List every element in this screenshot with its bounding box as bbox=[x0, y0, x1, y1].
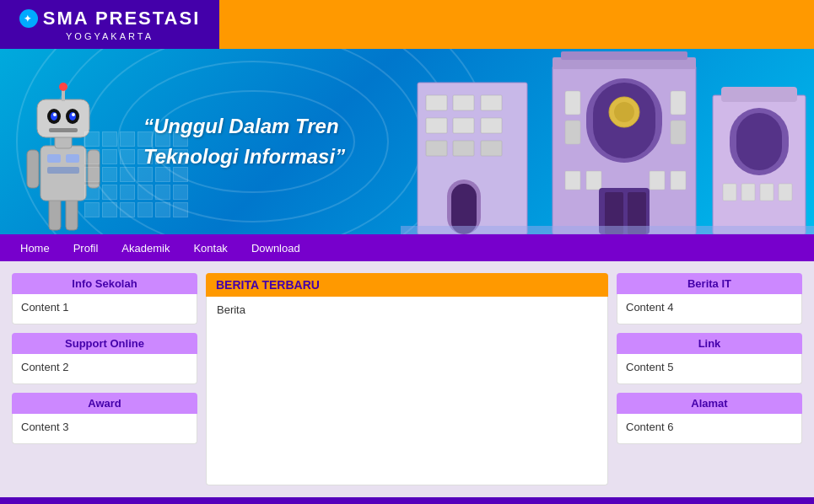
svg-rect-31 bbox=[426, 141, 447, 156]
svg-rect-10 bbox=[47, 167, 79, 174]
logo-subtitle: YOGYAKARTA bbox=[66, 31, 154, 41]
widget-berita-it-body: Content 4 bbox=[617, 294, 802, 324]
svg-rect-61 bbox=[779, 184, 792, 201]
svg-point-23 bbox=[59, 83, 67, 91]
svg-rect-29 bbox=[453, 118, 474, 133]
svg-rect-26 bbox=[453, 95, 474, 110]
header: ✦ SMA PRESTASI YOGYAKARTA bbox=[0, 0, 814, 49]
logo-title: ✦ SMA PRESTASI bbox=[19, 8, 201, 29]
widget-info-sekolah-header: Info Sekolah bbox=[12, 273, 197, 294]
widget-alamat: Alamat Content 6 bbox=[617, 393, 802, 444]
orange-bar bbox=[219, 0, 814, 49]
building-graphic bbox=[401, 49, 814, 234]
widget-award: Award Content 3 bbox=[12, 393, 197, 444]
main-content: Info Sekolah Content 1 Support Online Co… bbox=[0, 261, 814, 497]
widget-support-online: Support Online Content 2 bbox=[12, 333, 197, 384]
widget-alamat-header: Alamat bbox=[617, 393, 802, 414]
nav-item-kontak[interactable]: Kontak bbox=[181, 234, 239, 261]
widget-link-body: Content 5 bbox=[617, 354, 802, 384]
svg-point-42 bbox=[614, 102, 634, 122]
svg-rect-27 bbox=[481, 95, 502, 110]
widget-info-sekolah: Info Sekolah Content 1 bbox=[12, 273, 197, 324]
widget-award-header: Award bbox=[12, 393, 197, 414]
banner-quote: “Unggul Dalam Tren Teknologi Informasi” bbox=[143, 111, 396, 172]
navigation: Home Profil Akademik Kontak Download bbox=[0, 234, 814, 261]
svg-rect-5 bbox=[49, 196, 61, 230]
svg-point-19 bbox=[53, 113, 57, 116]
svg-rect-30 bbox=[481, 118, 502, 133]
widget-info-sekolah-body: Content 1 bbox=[12, 294, 197, 324]
widget-support-online-header: Support Online bbox=[12, 333, 197, 354]
widget-link-header: Link bbox=[617, 333, 802, 354]
berita-terbaru-header: BERITA TERBARU bbox=[206, 273, 608, 297]
widget-berita-it: Berita IT Content 4 bbox=[617, 273, 802, 324]
nav-item-akademik[interactable]: Akademik bbox=[110, 234, 181, 261]
svg-rect-57 bbox=[736, 113, 782, 170]
svg-rect-38 bbox=[561, 51, 687, 60]
widget-berita-it-header: Berita IT bbox=[617, 273, 802, 294]
svg-rect-44 bbox=[671, 91, 686, 115]
svg-rect-46 bbox=[671, 121, 686, 144]
widget-alamat-body: Content 6 bbox=[617, 414, 802, 444]
center-column: BERITA TERBARU Berita bbox=[206, 273, 608, 485]
widget-link: Link Content 5 bbox=[617, 333, 802, 384]
widget-support-online-body: Content 2 bbox=[12, 354, 197, 384]
nav-item-download[interactable]: Download bbox=[240, 234, 312, 261]
svg-rect-43 bbox=[565, 91, 580, 115]
logo-text: SMA PRESTASI bbox=[43, 8, 201, 29]
svg-rect-47 bbox=[565, 171, 580, 190]
svg-rect-55 bbox=[721, 87, 797, 102]
right-column: Berita IT Content 4 Link Content 5 Alama… bbox=[617, 273, 802, 485]
svg-rect-50 bbox=[671, 171, 686, 190]
svg-rect-32 bbox=[453, 141, 474, 156]
svg-rect-45 bbox=[565, 121, 580, 144]
svg-rect-49 bbox=[650, 171, 665, 190]
svg-rect-8 bbox=[47, 154, 61, 163]
svg-rect-33 bbox=[481, 141, 502, 156]
svg-rect-21 bbox=[49, 128, 78, 132]
svg-rect-6 bbox=[66, 196, 78, 230]
svg-rect-62 bbox=[401, 226, 814, 234]
svg-rect-28 bbox=[426, 118, 447, 133]
svg-rect-22 bbox=[62, 89, 65, 101]
svg-rect-58 bbox=[723, 184, 736, 201]
svg-rect-59 bbox=[741, 184, 755, 201]
logo-icon: ✦ bbox=[19, 9, 38, 28]
svg-rect-11 bbox=[27, 150, 39, 188]
berita-terbaru-body: Berita bbox=[206, 297, 608, 485]
svg-point-20 bbox=[72, 113, 75, 116]
svg-rect-48 bbox=[586, 171, 601, 190]
footer: Copyright © 2013 SMA PRESTASI Yogyakarta… bbox=[0, 497, 814, 504]
banner: “Unggul Dalam Tren Teknologi Informasi” bbox=[0, 49, 814, 234]
left-column: Info Sekolah Content 1 Support Online Co… bbox=[12, 273, 197, 485]
logo-area: ✦ SMA PRESTASI YOGYAKARTA bbox=[0, 0, 219, 49]
svg-rect-25 bbox=[426, 95, 447, 110]
nav-item-profil[interactable]: Profil bbox=[62, 234, 111, 261]
svg-rect-60 bbox=[760, 184, 774, 201]
svg-rect-9 bbox=[66, 154, 79, 163]
nav-item-home[interactable]: Home bbox=[8, 234, 62, 261]
widget-award-body: Content 3 bbox=[12, 414, 197, 444]
